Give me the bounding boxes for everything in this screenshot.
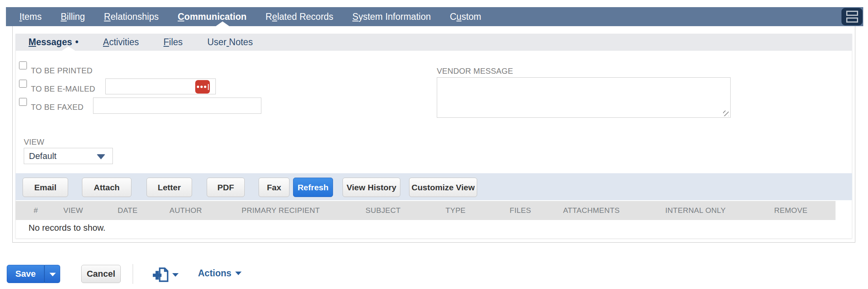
subtab-files[interactable]: Files — [164, 37, 183, 48]
col-remove: REMOVE — [774, 201, 807, 220]
col-attachments: ATTACHMENTS — [563, 201, 620, 220]
empty-table-message: No records to show. — [29, 223, 105, 233]
letter-button[interactable]: Letter — [147, 178, 192, 197]
nav-tab-relationships[interactable]: Relationships — [104, 11, 159, 22]
subtab-content-dot: • — [75, 37, 78, 47]
add-record-icon — [152, 266, 169, 283]
subtab-user-notes[interactable]: User Notes — [207, 37, 253, 48]
chevron-down-icon — [97, 154, 105, 159]
textarea-resize-grip-icon[interactable] — [723, 111, 729, 116]
email-button[interactable]: Email — [23, 178, 68, 197]
col-author: AUTHOR — [169, 201, 202, 220]
nav-tab-communication[interactable]: Communication — [178, 11, 247, 22]
to-be-faxed-checkbox[interactable] — [19, 98, 27, 106]
subtab-bar: Messages• Activities Files User Notes — [15, 34, 852, 51]
fax-number-input[interactable] — [93, 98, 261, 114]
col-number: # — [34, 201, 38, 220]
to-be-faxed-label: TO BE FAXED — [31, 103, 84, 112]
refresh-button[interactable]: Refresh — [293, 178, 333, 197]
add-record-button[interactable] — [152, 266, 179, 283]
open-multiline-editor-icon[interactable] — [195, 80, 210, 94]
vendor-message-label: VENDOR MESSAGE — [437, 67, 513, 76]
to-be-emailed-label: TO BE E-MAILED — [31, 84, 95, 94]
subtab-activities[interactable]: Activities — [103, 37, 139, 48]
active-subtab-pointer — [62, 46, 75, 51]
fax-button[interactable]: Fax — [259, 178, 289, 197]
customize-view-button[interactable]: Customize View — [409, 178, 477, 197]
attach-button[interactable]: Attach — [82, 178, 131, 197]
form-layout-toggle-icon[interactable] — [841, 8, 862, 25]
nav-tab-custom[interactable]: Custom — [450, 11, 481, 22]
col-view: VIEW — [63, 201, 83, 220]
to-be-emailed-checkbox[interactable] — [19, 80, 27, 88]
to-be-printed-checkbox[interactable] — [19, 61, 27, 69]
col-files: FILES — [510, 201, 531, 220]
netsuite-record-page: Items Billing Relationships Communicatio… — [0, 0, 868, 289]
record-tab-bar: Items Billing Relationships Communicatio… — [6, 7, 863, 26]
nav-tab-items[interactable]: Items — [19, 11, 42, 22]
chevron-down-icon — [172, 273, 179, 277]
nav-tab-system-information[interactable]: System Information — [352, 11, 431, 22]
col-primary-recipient: PRIMARY RECIPIENT — [242, 201, 320, 220]
actions-menu-button[interactable]: Actions — [198, 268, 242, 279]
subtab-messages[interactable]: Messages• — [29, 37, 78, 48]
to-be-printed-label: TO BE PRINTED — [31, 66, 93, 75]
save-dropdown-chevron-down-icon[interactable] — [44, 265, 60, 283]
save-button[interactable]: Save — [7, 265, 44, 283]
toggle-row-bottom — [846, 17, 858, 23]
active-tab-pointer — [216, 21, 229, 26]
col-subject: SUBJECT — [365, 201, 401, 220]
col-internal-only: INTERNAL ONLY — [665, 201, 726, 220]
col-date: DATE — [118, 201, 137, 220]
col-type: TYPE — [445, 201, 466, 220]
view-select[interactable]: Default — [24, 148, 113, 164]
view-select-value: Default — [29, 151, 57, 161]
cancel-button[interactable]: Cancel — [81, 265, 121, 283]
pdf-button[interactable]: PDF — [207, 178, 245, 197]
messages-table-header: # VIEW DATE AUTHOR PRIMARY RECIPIENT SUB… — [15, 201, 836, 220]
vendor-message-textarea[interactable] — [437, 77, 731, 118]
nav-tab-related-records[interactable]: Related Records — [266, 11, 333, 22]
footer-divider — [133, 264, 133, 284]
view-history-button[interactable]: View History — [343, 178, 400, 197]
nav-tab-billing[interactable]: Billing — [61, 11, 85, 22]
chevron-down-icon — [235, 272, 242, 275]
view-label: VIEW — [24, 138, 44, 147]
toggle-row-top — [846, 11, 858, 16]
